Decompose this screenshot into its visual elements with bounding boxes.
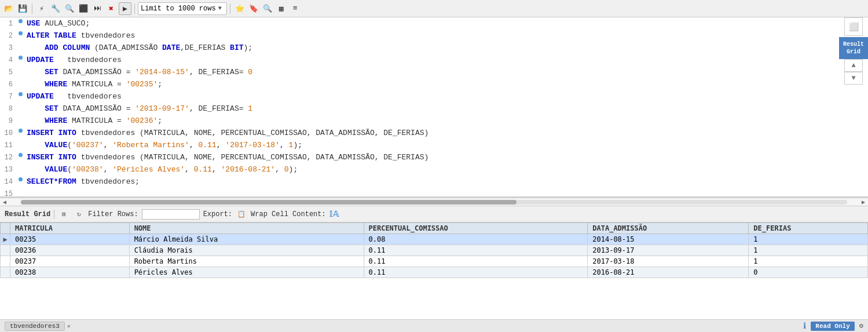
table-row[interactable]: 00238Péricles Alves0.112016-08-210 <box>1 267 868 278</box>
line-dot <box>16 139 24 141</box>
tab-label[interactable]: tbvendedores3 <box>5 322 65 331</box>
code-content[interactable]: WHERE MATRICULA = '00235'; <box>24 78 868 90</box>
limit-rows-select[interactable]: Limit to 1000 rows ▼ <box>138 2 227 15</box>
code-content[interactable]: ALTER TABLE tbvendedores <box>24 30 868 42</box>
toolbar-sep-2 <box>134 3 135 14</box>
code-line: 2ALTER TABLE tbvendedores <box>0 30 868 42</box>
code-content[interactable]: WHERE MATRICULA = '00236'; <box>24 115 868 127</box>
cell-percentual_comissao: 0.11 <box>364 267 588 278</box>
column-header-percentual_comissao[interactable]: PERCENTUAL_COMISSAO <box>364 223 588 234</box>
run-button[interactable]: ⚡ <box>35 2 48 15</box>
line-dot <box>16 127 24 133</box>
column-header-matricula[interactable]: MATRICULA <box>10 223 130 234</box>
scroll-left-icon[interactable]: ◀ <box>0 199 9 206</box>
code-content[interactable]: UPDATE tbvendedores <box>24 54 868 66</box>
code-content[interactable]: SELECT*FROM tbvendedores; <box>24 176 868 188</box>
column-header-nome[interactable]: NOME <box>129 223 364 234</box>
line-number: 6 <box>0 78 16 90</box>
code-line: 3 ADD COLUMN (DATA_ADMISSÃO DATE,DE_FERI… <box>0 42 868 54</box>
wrap-cell-icon[interactable]: 𝕀𝔸 <box>329 209 339 219</box>
star-button[interactable]: ⭐ <box>233 2 246 15</box>
line-dot <box>16 78 24 80</box>
code-content[interactable]: UPDATE tbvendedores <box>24 90 868 103</box>
line-number: 15 <box>0 188 16 198</box>
result-table: MATRICULANOMEPERCENTUAL_COMISSAODATA_ADM… <box>0 222 868 278</box>
line-dot <box>16 17 24 23</box>
main-toolbar: 📂 💾 ⚡ 🔧 🔍 ⬛ ⏭ ✖ ▶ Limit to 1000 rows ▼ ⭐… <box>0 0 868 17</box>
column-header-data_admissão[interactable]: DATA_ADMISSÃO <box>588 223 749 234</box>
hscroll-track[interactable] <box>21 200 847 205</box>
scroll-down-button[interactable]: ▼ <box>844 72 863 85</box>
filter-rows-input[interactable] <box>142 209 200 220</box>
scroll-right-icon[interactable]: ▶ <box>859 199 868 206</box>
cell-data_admissão: 2017-03-18 <box>588 256 749 267</box>
line-dot <box>16 54 24 60</box>
code-content[interactable]: INSERT INTO tbvendedores (MATRICULA, NOM… <box>24 127 868 139</box>
rt-sep-1 <box>54 210 54 219</box>
cancel-button[interactable]: ✖ <box>105 2 118 15</box>
cell-nome: Cláudia Morais <box>129 245 364 256</box>
save-button[interactable]: 💾 <box>16 2 29 15</box>
run-script-button[interactable]: 🔧 <box>49 2 62 15</box>
status-tab-area: tbvendedores3 ✕ <box>5 322 71 331</box>
execution-dot <box>19 153 23 157</box>
refresh-button[interactable]: ↻ <box>73 209 85 220</box>
stop-button[interactable]: ⬛ <box>77 2 90 15</box>
code-content[interactable]: SET DATA_ADMISSÃO = '2013-09-17', DE_FER… <box>24 103 868 115</box>
code-content[interactable]: SET DATA_ADMISSÃO = '2014-08-15', DE_FER… <box>24 66 868 78</box>
code-line: 1USE AULA_SUCO; <box>0 17 868 30</box>
cell-matricula: 00236 <box>10 245 130 256</box>
hscroll-thumb[interactable] <box>21 200 517 205</box>
code-line: 13 VALUE('00238', 'Péricles Alves', 0.11… <box>0 163 868 176</box>
explain-button[interactable]: 🔍 <box>63 2 76 15</box>
code-content[interactable] <box>24 188 868 188</box>
code-content[interactable]: VALUE('00238', 'Péricles Alves', 0.11, '… <box>24 163 868 176</box>
code-line: 15 <box>0 188 868 198</box>
sql-editor[interactable]: 1USE AULA_SUCO;2ALTER TABLE tbvendedores… <box>0 17 868 198</box>
maximize-button[interactable]: ⬜ <box>844 17 863 36</box>
execution-dot <box>19 92 23 96</box>
result-grid-button[interactable]: ResultGrid <box>839 37 868 59</box>
table-row[interactable]: 00236Cláudia Morais0.112013-09-171 <box>1 245 868 256</box>
cell-nome: Roberta Martins <box>129 256 364 267</box>
cell-percentual_comissao: 0.11 <box>364 256 588 267</box>
format-button[interactable]: ≡ <box>289 2 302 15</box>
execution-dot <box>19 56 23 60</box>
code-content[interactable]: ADD COLUMN (DATA_ADMISSÃO DATE,DE_FERIAS… <box>24 42 868 54</box>
code-line: 7UPDATE tbvendedores <box>0 90 868 103</box>
code-content[interactable]: INSERT INTO tbvendedores (MATRICULA, NOM… <box>24 151 868 163</box>
code-content[interactable]: VALUE('00237', 'Roberta Martins', 0.11, … <box>24 139 868 151</box>
columns-button[interactable]: ▦ <box>275 2 288 15</box>
cell-matricula: 00237 <box>10 256 130 267</box>
open-folder-button[interactable]: 📂 <box>2 2 15 15</box>
settings-icon[interactable]: ⚙ <box>859 322 863 330</box>
row-indicator <box>1 267 10 278</box>
execution-dot <box>19 129 23 133</box>
export-button[interactable]: 📋 <box>236 209 247 220</box>
tab-close-button[interactable]: ✕ <box>67 323 71 330</box>
skip-button[interactable]: ⏭ <box>91 2 104 15</box>
grid-view-button[interactable]: ⊞ <box>58 209 69 220</box>
result-grid-container[interactable]: MATRICULANOMEPERCENTUAL_COMISSAODATA_ADM… <box>0 222 868 319</box>
code-line: 4UPDATE tbvendedores <box>0 54 868 66</box>
cell-percentual_comissao: 0.11 <box>364 245 588 256</box>
code-content[interactable]: USE AULA_SUCO; <box>24 17 868 30</box>
line-dot <box>16 66 24 68</box>
cell-de_ferias: 1 <box>749 245 868 256</box>
horizontal-scrollbar[interactable]: ◀ ▶ <box>0 198 868 206</box>
code-line: 6 WHERE MATRICULA = '00235'; <box>0 78 868 90</box>
status-bar: tbvendedores3 ✕ ℹ Read Only ⚙ <box>0 319 868 332</box>
execute-current-button[interactable]: ▶ <box>119 2 131 15</box>
table-row[interactable]: 00237Roberta Martins0.112017-03-181 <box>1 256 868 267</box>
bookmark-button[interactable]: 🔖 <box>247 2 260 15</box>
line-number: 8 <box>0 103 16 115</box>
column-header-de_ferias[interactable]: DE_FERIAS <box>749 223 868 234</box>
limit-rows-label: Limit to 1000 rows <box>141 5 216 13</box>
execution-dot <box>19 31 23 35</box>
search-button[interactable]: 🔍 <box>261 2 274 15</box>
limit-rows-arrow: ▼ <box>218 5 222 12</box>
line-number: 10 <box>0 127 16 139</box>
scroll-up-button[interactable]: ▲ <box>844 59 863 72</box>
code-line: 11 VALUE('00237', 'Roberta Martins', 0.1… <box>0 139 868 151</box>
table-row[interactable]: ▶00235Márcio Almeida Silva0.082014-08-15… <box>1 234 868 245</box>
